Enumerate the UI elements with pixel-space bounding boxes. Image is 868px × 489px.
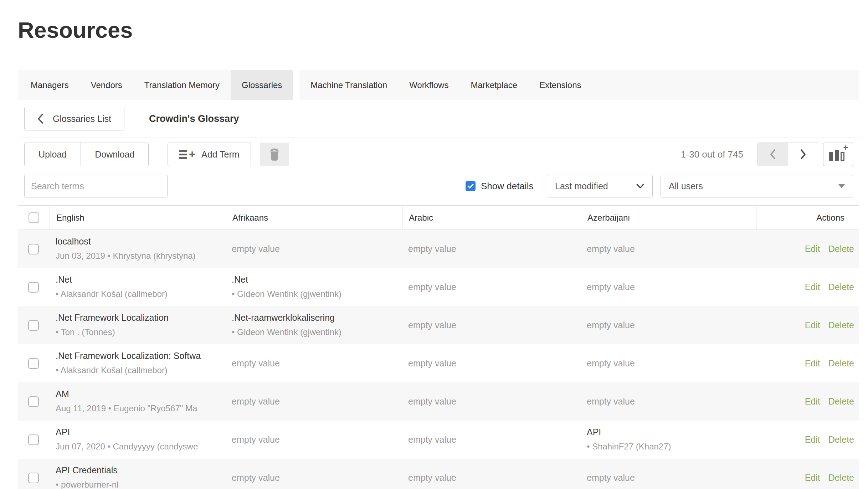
cell-azerbaijani: empty value xyxy=(580,459,756,489)
next-page-button[interactable] xyxy=(788,143,818,166)
tab-bar-gap xyxy=(293,70,299,100)
term-text: AM xyxy=(56,388,222,400)
triangle-down-icon xyxy=(838,184,845,188)
empty-value-text: empty value xyxy=(408,244,456,254)
cell-english: .Net Framework Localization: Softwa• Ala… xyxy=(49,344,225,382)
row-checkbox[interactable] xyxy=(28,396,39,407)
term-text: .Net xyxy=(232,274,399,285)
delete-link[interactable]: Delete xyxy=(828,396,854,407)
edit-link[interactable]: Edit xyxy=(805,473,820,483)
users-selected-value: All users xyxy=(669,181,838,191)
empty-value-text: empty value xyxy=(587,282,635,292)
cell-arabic: empty value xyxy=(402,459,580,489)
select-all-checkbox[interactable] xyxy=(29,212,39,223)
resources-page: Resources Managers Vendors Translation M… xyxy=(0,0,868,489)
tab-managers[interactable]: Managers xyxy=(20,70,80,100)
table-header: English Afrikaans Arabic Azerbaijani Act… xyxy=(18,205,859,230)
columns-plus-icon: + xyxy=(829,148,847,161)
empty-value-text: empty value xyxy=(232,473,280,483)
glossary-title: Crowdin's Glossary xyxy=(149,107,239,130)
term-text: .Net Framework Localization xyxy=(56,312,222,323)
row-checkbox-cell xyxy=(18,382,49,421)
tab-marketplace[interactable]: Marketplace xyxy=(459,70,528,100)
delete-link[interactable]: Delete xyxy=(828,473,854,483)
delete-link[interactable]: Delete xyxy=(828,244,854,254)
cell-azerbaijani: empty value xyxy=(580,306,756,344)
cell-afrikaans: empty value xyxy=(225,421,402,459)
cell-actions: Edit Delete xyxy=(756,459,859,489)
empty-value-text: empty value xyxy=(232,396,280,407)
tab-vendors[interactable]: Vendors xyxy=(80,70,133,100)
term-detail: • Ton . (Tonnes) xyxy=(56,327,222,338)
delete-link[interactable]: Delete xyxy=(828,282,854,292)
cell-afrikaans: .Net• Gideon Wentink (gjwentink) xyxy=(225,268,402,306)
show-details-checkbox[interactable] xyxy=(466,181,476,191)
users-filter-select[interactable]: All users xyxy=(661,175,853,197)
empty-value-text: empty value xyxy=(232,358,280,369)
checkmark-icon xyxy=(467,184,474,189)
tab-workflows[interactable]: Workflows xyxy=(398,70,459,100)
glossaries-list-back-button[interactable]: Glossaries List xyxy=(24,107,124,130)
term-text: API Credentials xyxy=(56,465,222,476)
term-text: .Net Framework Localization: Softwa xyxy=(56,350,222,361)
header-checkbox-cell xyxy=(18,206,50,230)
upload-button[interactable]: Upload xyxy=(25,143,81,166)
cell-afrikaans: empty value xyxy=(225,230,402,268)
chevron-down-icon xyxy=(636,184,644,189)
add-term-button[interactable]: + Add Term xyxy=(168,143,251,166)
cell-arabic: empty value xyxy=(402,421,580,459)
delete-link[interactable]: Delete xyxy=(828,358,854,369)
add-term-label: Add Term xyxy=(201,149,240,160)
edit-link[interactable]: Edit xyxy=(805,244,820,254)
row-checkbox[interactable] xyxy=(28,244,39,254)
bulk-delete-button[interactable] xyxy=(260,143,289,166)
upload-download-group: Upload Download xyxy=(24,143,149,166)
empty-value-text: empty value xyxy=(232,244,280,254)
column-header-actions: Actions xyxy=(756,206,859,230)
download-button[interactable]: Download xyxy=(81,143,148,166)
term-detail: • Gideon Wentink (gjwentink) xyxy=(232,327,399,338)
page-title: Resources xyxy=(18,17,133,43)
cell-actions: Edit Delete xyxy=(756,230,859,268)
term-detail: • Gideon Wentink (gjwentink) xyxy=(232,289,399,299)
tab-machine-translation[interactable]: Machine Translation xyxy=(299,70,398,100)
cell-azerbaijani: empty value xyxy=(580,382,756,421)
edit-link[interactable]: Edit xyxy=(805,320,820,330)
manage-columns-button[interactable]: + xyxy=(823,143,853,166)
tab-extensions[interactable]: Extensions xyxy=(528,70,592,100)
sort-select[interactable]: Last modified xyxy=(547,175,653,197)
prev-page-button[interactable] xyxy=(758,143,788,166)
show-details-label: Show details xyxy=(481,181,533,192)
cell-azerbaijani: empty value xyxy=(580,268,756,306)
cell-azerbaijani: empty value xyxy=(580,344,756,382)
chevron-right-icon xyxy=(800,149,807,160)
row-checkbox[interactable] xyxy=(28,434,39,445)
row-checkbox[interactable] xyxy=(28,473,39,483)
trash-icon xyxy=(269,148,280,161)
cell-afrikaans: empty value xyxy=(225,344,402,382)
edit-link[interactable]: Edit xyxy=(805,396,820,407)
table-body: localhostJun 03, 2019 • Khrystyna (khrys… xyxy=(18,230,859,489)
edit-link[interactable]: Edit xyxy=(805,434,820,445)
row-checkbox[interactable] xyxy=(28,320,39,331)
edit-link[interactable]: Edit xyxy=(805,358,820,369)
empty-value-text: empty value xyxy=(408,358,456,369)
delete-link[interactable]: Delete xyxy=(828,320,854,330)
tab-glossaries[interactable]: Glossaries xyxy=(231,70,293,100)
empty-value-text: empty value xyxy=(232,434,280,445)
term-text: API xyxy=(56,427,222,438)
tab-translation-memory[interactable]: Translation Memory xyxy=(133,70,231,100)
cell-actions: Edit Delete xyxy=(756,421,859,459)
cell-actions: Edit Delete xyxy=(756,382,859,421)
row-checkbox[interactable] xyxy=(28,358,39,369)
cell-english: AMAug 11, 2019 • Eugenio "Ryo567" Ma xyxy=(49,382,225,421)
edit-link[interactable]: Edit xyxy=(805,282,820,292)
cell-arabic: empty value xyxy=(402,306,580,344)
search-input[interactable] xyxy=(24,175,168,197)
row-checkbox[interactable] xyxy=(28,282,39,293)
empty-value-text: empty value xyxy=(408,320,456,330)
empty-value-text: empty value xyxy=(587,320,635,330)
delete-link[interactable]: Delete xyxy=(828,434,854,445)
table-row: .Net Framework Localization: Softwa• Ala… xyxy=(18,344,859,382)
tab-segment-right: Machine Translation Workflows Marketplac… xyxy=(299,70,859,100)
